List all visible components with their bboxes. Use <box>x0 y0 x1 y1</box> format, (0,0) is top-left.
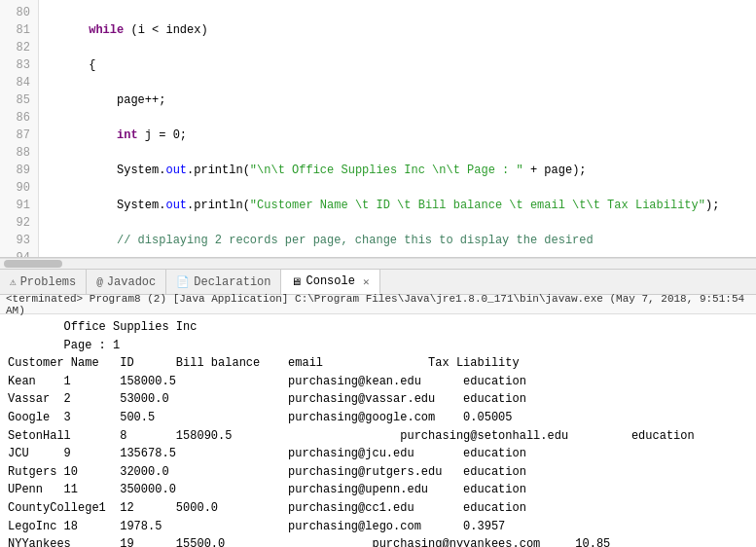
ln-83: 83 <box>8 56 30 74</box>
problems-icon: ⚠ <box>10 275 17 288</box>
ln-84: 84 <box>8 74 30 91</box>
tab-console[interactable]: 🖥 Console ✕ <box>281 270 379 294</box>
status-text: <terminated> Program8 (2) [Java Applicat… <box>6 293 750 316</box>
code-line-81: { <box>47 56 748 74</box>
code-line-84: System.out.println("\n\t Office Supplies… <box>47 162 748 179</box>
code-line-82: page++; <box>47 91 748 109</box>
console-output: Office Supplies Inc Page : 1 Customer Na… <box>0 314 756 547</box>
ln-87: 87 <box>8 127 30 144</box>
tab-console-label: Console <box>306 274 354 288</box>
editor-panel: 80 81 82 83 84 85 86 87 88 89 90 91 92 9… <box>0 0 756 270</box>
code-line-80: while (i < index) <box>47 21 748 39</box>
tab-declaration-label: Declaration <box>194 275 270 289</box>
tab-javadoc[interactable]: @ Javadoc <box>87 270 166 294</box>
code-line-83: int j = 0; <box>47 127 748 144</box>
status-bar: <terminated> Program8 (2) [Java Applicat… <box>0 295 756 314</box>
tab-problems[interactable]: ⚠ Problems <box>0 270 87 294</box>
ln-88: 88 <box>8 144 30 162</box>
code-editor[interactable]: 80 81 82 83 84 85 86 87 88 89 90 91 92 9… <box>0 0 756 258</box>
ln-89: 89 <box>8 162 30 179</box>
ln-82: 82 <box>8 39 30 56</box>
line-numbers: 80 81 82 83 84 85 86 87 88 89 90 91 92 9… <box>0 0 39 257</box>
ln-86: 86 <box>8 109 30 127</box>
javadoc-icon: @ <box>96 276 103 288</box>
code-line-85: System.out.println("Customer Name \t ID … <box>47 197 748 214</box>
ln-91: 91 <box>8 197 30 214</box>
console-icon: 🖥 <box>291 275 302 288</box>
declaration-icon: 📄 <box>176 275 190 288</box>
tab-javadoc-label: Javadoc <box>107 275 156 289</box>
ln-93: 93 <box>8 232 30 249</box>
code-line-86: // displaying 2 records per page, change… <box>47 232 748 249</box>
tab-declaration[interactable]: 📄 Declaration <box>166 270 281 294</box>
ln-81: 81 <box>8 21 30 39</box>
horizontal-scrollbar[interactable] <box>0 258 756 270</box>
code-lines[interactable]: while (i < index) { page++; int j = 0; S… <box>39 0 756 257</box>
tabs-bar: ⚠ Problems @ Javadoc 📄 Declaration 🖥 Con… <box>0 270 756 295</box>
ln-80: 80 <box>8 4 30 21</box>
ln-92: 92 <box>8 214 30 232</box>
ln-85: 85 <box>8 91 30 109</box>
scrollbar-thumb[interactable] <box>4 260 62 268</box>
ln-94: 94 <box>8 249 30 258</box>
tab-problems-label: Problems <box>20 275 77 289</box>
ln-90: 90 <box>8 179 30 197</box>
console-close-icon[interactable]: ✕ <box>363 275 370 288</box>
